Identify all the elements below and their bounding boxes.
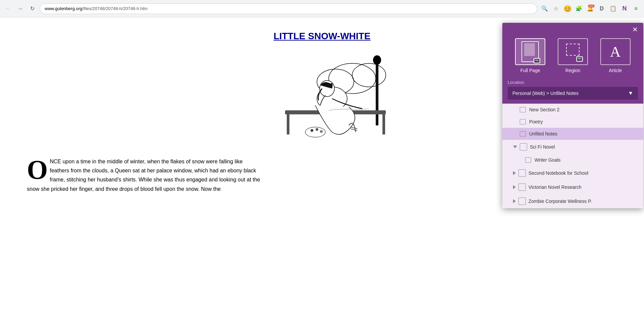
story-content: NCE upon a time in the middle of winter,…: [27, 159, 260, 192]
expand-icon: [513, 146, 517, 148]
dict-icon[interactable]: D: [597, 4, 606, 13]
notebook-second[interactable]: Second Notebook for School: [502, 166, 643, 180]
refresh-button[interactable]: ↻: [28, 4, 37, 13]
svg-point-1: [352, 63, 386, 87]
article-option[interactable]: A Article: [600, 38, 631, 73]
collapse-icon: [513, 199, 516, 203]
notebook-label: Sci Fi Novel: [530, 144, 555, 150]
menu-icon[interactable]: ≡: [631, 4, 641, 13]
url-base: www.gutenberg.org: [45, 6, 82, 11]
search-icon[interactable]: 🔍: [540, 4, 549, 13]
bookmark-icon[interactable]: ☆: [551, 4, 561, 13]
svg-line-11: [351, 129, 357, 130]
chevron-down-icon: ▼: [628, 90, 633, 96]
notebook-label: Second Notebook for School: [528, 170, 588, 176]
section-page-icon: [520, 131, 526, 136]
illustration-svg: [235, 52, 409, 146]
svg-rect-7: [382, 114, 385, 134]
region-box: 📷: [558, 38, 588, 65]
location-label: Location: [508, 80, 638, 85]
full-page-icon: 📷: [521, 41, 539, 62]
collapse-icon: [513, 171, 516, 175]
article-label: Article: [609, 68, 622, 73]
svg-line-10: [351, 127, 357, 129]
onenote-panel: ✕ 📷 Full Page 📷 Region: [502, 23, 643, 208]
profile-icon[interactable]: 😊: [563, 4, 572, 13]
article-icon: A: [610, 43, 621, 60]
section-new-section-2[interactable]: New Section 2: [502, 104, 643, 116]
browser-toolbar: ← → ↻ www.gutenberg.org /files/20748/207…: [0, 0, 644, 17]
collapse-icon: [513, 185, 516, 189]
onenote-icon[interactable]: N: [620, 4, 629, 13]
notebook-label: Zombie Corporate Wellness P.: [528, 199, 592, 204]
forward-button[interactable]: →: [15, 4, 25, 13]
section-poetry[interactable]: Poetry: [502, 116, 643, 128]
section-label: Writer Goals: [535, 157, 561, 163]
clipboard-icon[interactable]: 📋: [608, 4, 618, 13]
region-icon: 📷: [563, 42, 582, 61]
article-box: A: [600, 38, 631, 65]
notebook-icon: [518, 183, 526, 191]
notebook-zombie[interactable]: Zombie Corporate Wellness P.: [502, 194, 643, 208]
capture-options: 📷 Full Page 📷 Region A Article: [502, 35, 643, 80]
notebook-icon: [518, 198, 526, 205]
back-button[interactable]: ←: [3, 4, 13, 13]
svg-rect-6: [287, 114, 289, 134]
section-label: Poetry: [529, 119, 543, 124]
svg-point-15: [320, 130, 323, 133]
notebook-victorian[interactable]: Victorian Novel Research: [502, 180, 643, 194]
section-page-icon: [520, 119, 526, 124]
full-page-label: Full Page: [520, 68, 540, 73]
section-page-icon: [520, 107, 526, 112]
full-page-box: 📷: [515, 38, 545, 65]
extensions-icon[interactable]: 🧩: [574, 4, 584, 13]
svg-rect-3: [376, 58, 378, 125]
drop-cap: O: [27, 160, 48, 180]
svg-point-14: [316, 128, 318, 131]
svg-point-13: [311, 129, 313, 132]
story-text: O NCE upon a time in the middle of winte…: [27, 157, 262, 194]
panel-header: ✕: [502, 23, 643, 35]
location-dropdown[interactable]: Personal (Web) > Unfiled Notes ▼: [508, 87, 638, 100]
sections-list: New Section 2 Poetry Unfiled Notes Sci F…: [502, 104, 643, 208]
notebook-icon: [520, 143, 527, 151]
location-value: Personal (Web) > Unfiled Notes: [512, 91, 579, 96]
new-extension-icon[interactable]: 🔔 NEW: [586, 4, 595, 13]
section-page-icon: [525, 157, 531, 163]
section-label: New Section 2: [529, 107, 559, 112]
address-bar[interactable]: www.gutenberg.org /files/20748/20748-h/2…: [40, 3, 537, 14]
region-label: Region: [565, 68, 580, 73]
notebook-label: Victorian Novel Research: [528, 184, 582, 190]
location-section: Location Personal (Web) > Unfiled Notes …: [502, 80, 643, 104]
section-writer-goals[interactable]: Writer Goals: [502, 154, 643, 166]
full-page-option[interactable]: 📷 Full Page: [515, 38, 545, 73]
section-unfiled-notes[interactable]: Unfiled Notes: [502, 128, 643, 140]
close-button[interactable]: ✕: [630, 25, 640, 34]
section-label: Unfiled Notes: [529, 131, 557, 136]
region-option[interactable]: 📷 Region: [558, 38, 588, 73]
url-path: /files/20748/20748-h/20748-h.htm: [82, 6, 147, 11]
browser-icons: 🔍 ☆ 😊 🧩 🔔 NEW D 📋 N ≡: [540, 4, 641, 13]
notebook-icon: [518, 169, 526, 177]
svg-point-4: [373, 55, 381, 65]
notebook-sci-fi-novel[interactable]: Sci Fi Novel: [502, 140, 643, 154]
